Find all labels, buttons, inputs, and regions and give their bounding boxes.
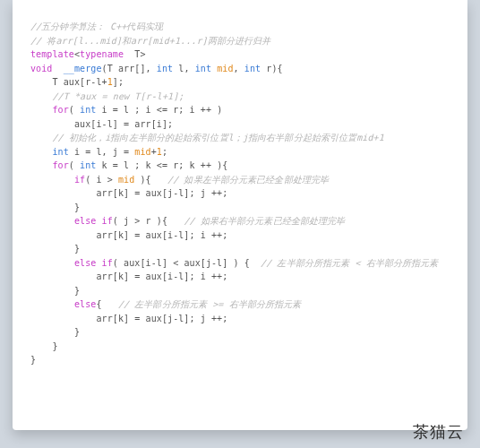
code-line: template<typename T> xyxy=(30,47,453,62)
code-line: for( int i = l ; i <= r; i ++ ) xyxy=(30,103,453,117)
code-line: } xyxy=(30,340,453,354)
code-line: else if( aux[i-l] < aux[j-l] ) { // 左半部分… xyxy=(30,256,453,271)
code-line: else if( j > r ){ // 如果右半部分元素已经全部处理完毕 xyxy=(30,214,453,228)
code-line: else{ // 左半部分所指元素 >= 右半部分所指元素 xyxy=(30,297,453,312)
code-line: int i = l, j = mid+1; xyxy=(30,145,453,159)
code-line: aux[i-l] = arr[i]; xyxy=(30,117,453,132)
code-line: for( int k = l ; k <= r; k ++ ){ xyxy=(30,159,453,173)
code-line: // 将arr[l...mid]和arr[mid+1...r]两部分进行归并 xyxy=(30,34,453,48)
code-block: //五分钟学算法： C++代码实现// 将arr[l...mid]和arr[mi… xyxy=(30,20,453,367)
code-line: //五分钟学算法： C++代码实现 xyxy=(30,20,453,34)
code-line: arr[k] = aux[i-l]; i ++; xyxy=(30,270,453,284)
code-line: T aux[r-l+1]; xyxy=(30,75,453,90)
code-line: //T *aux = new T[r-l+1]; xyxy=(30,90,453,104)
code-line: if( i > mid ){ // 如果左半部分元素已经全部处理完毕 xyxy=(30,173,453,187)
code-line: arr[k] = aux[i-l]; i ++; xyxy=(30,228,453,243)
code-line: } xyxy=(30,242,453,256)
code-line: // 初始化，i指向左半部分的起始索引位置l；j指向右半部分起始索引位置mid+… xyxy=(30,131,453,145)
code-line: } xyxy=(30,353,453,367)
code-line: } xyxy=(30,325,453,340)
watermark: 茶猫云 xyxy=(413,421,464,443)
code-line: arr[k] = aux[j-l]; j ++; xyxy=(30,312,453,326)
code-line: } xyxy=(30,284,453,298)
code-card: //五分钟学算法： C++代码实现// 将arr[l...mid]和arr[mi… xyxy=(13,0,467,430)
code-line: } xyxy=(30,201,453,215)
code-line: arr[k] = aux[j-l]; j ++; xyxy=(30,186,453,201)
code-line: void __merge(T arr[], int l, int mid, in… xyxy=(30,62,453,76)
